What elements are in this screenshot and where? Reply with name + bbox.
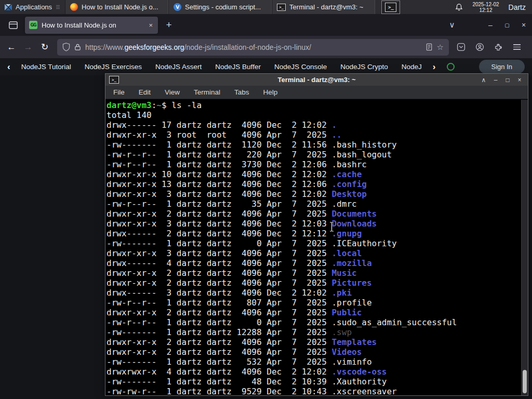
ls-row-name: Downloads — [331, 219, 377, 229]
tray-terminal-launcher[interactable]: >_ — [381, 1, 400, 14]
command-text: ls -la — [171, 100, 202, 110]
prompt-line: dartz@vm3:~$ ls -la — [107, 100, 521, 110]
user-menu[interactable]: Dartz — [503, 3, 532, 11]
ls-row-meta: drwxr-xr-x 10 dartz dartz 4096 Dec 2 12:… — [107, 169, 331, 179]
terminal-menu-terminal[interactable]: Terminal — [194, 88, 220, 96]
ls-row-name: . — [331, 120, 337, 130]
ls-row-meta: -rw------- 1 dartz dartz 1120 Dec 2 11:5… — [107, 140, 331, 150]
gfg-nav-link[interactable]: NodeJS Exercises — [85, 63, 142, 71]
reader-mode-button[interactable] — [425, 43, 433, 51]
terminal-close-button[interactable]: × — [516, 76, 523, 84]
panel-window-button-codium[interactable]: VSettings - codium script... — [168, 0, 272, 14]
tracking-shield-icon[interactable] — [62, 43, 70, 51]
tab-close-icon[interactable]: × — [148, 21, 154, 29]
ls-row: drwx------ 2 dartz dartz 4096 Dec 2 12:1… — [107, 229, 521, 238]
gfg-nav-link[interactable]: NodeJS Assert — [155, 63, 202, 71]
ls-row: drwx------ 4 dartz dartz 4096 Apr 7 2025… — [107, 258, 521, 268]
terminal-menu-edit[interactable]: Edit — [139, 88, 151, 96]
terminal-minimize-button[interactable]: – — [492, 76, 499, 84]
ls-row-name: .xscreensaver — [331, 387, 396, 395]
ls-row: drwxr-xr-x 13 dartz dartz 4096 Dec 2 12:… — [107, 179, 521, 189]
new-tab-button[interactable]: + — [161, 17, 177, 33]
ls-row-name: .viminfo — [331, 357, 371, 367]
ls-row-name: .Xauthority — [331, 377, 387, 387]
gfg-nav-link[interactable]: NodeJS DNS — [402, 63, 422, 71]
account-button[interactable] — [472, 39, 487, 55]
terminal-menu-tabs[interactable]: Tabs — [234, 88, 249, 96]
terminal-menu-file[interactable]: File — [113, 88, 125, 96]
ls-row: drwxr-xr-x 2 dartz dartz 4096 Apr 7 2025… — [107, 209, 521, 219]
ls-row: -rw-rw-r-- 1 dartz dartz 9529 Dec 2 10:4… — [107, 387, 521, 395]
ls-row-name: .sudo_as_admin_successful — [331, 317, 457, 327]
search-icon[interactable] — [447, 63, 455, 71]
bookmark-star-button[interactable]: ☆ — [437, 43, 444, 52]
prompt-userhost: dartz@vm3 — [107, 100, 152, 110]
ls-row-meta: drwxr-xr-x 13 dartz dartz 4096 Dec 2 12:… — [107, 179, 331, 189]
window-maximize-button[interactable]: ▢ — [499, 17, 515, 33]
url-text[interactable]: https://www.geeksforgeeks.org/node-js/in… — [85, 43, 421, 51]
ls-row-meta: drwxr-xr-x 2 dartz dartz 4096 Apr 7 2025 — [107, 278, 331, 288]
applications-menu-button[interactable]: Applications — [0, 0, 63, 14]
scroll-left-icon[interactable]: ‹ — [7, 62, 10, 72]
ls-row-name: Desktop — [331, 189, 366, 199]
gfg-nav-link[interactable]: NodeJS Crypto — [340, 63, 388, 71]
terminal-menubar: FileEditViewTerminalTabsHelp — [105, 86, 528, 99]
ls-row: drwxr-xr-x 2 dartz dartz 4096 Apr 7 2025… — [107, 337, 521, 347]
ls-row: drwxr-xr-x 3 dartz dartz 4096 Dec 2 12:0… — [107, 189, 521, 199]
terminal-titlebar[interactable]: Terminal - dartz@vm3: ~ >_ ∧ – □ × — [105, 74, 528, 86]
ls-row-name: .bash_history — [331, 140, 396, 150]
scroll-right-icon[interactable]: › — [433, 62, 436, 72]
window-minimize-button[interactable]: – — [482, 17, 499, 33]
url-bar[interactable]: https://www.geeksforgeeks.org/node-js/in… — [57, 39, 449, 56]
prompt-cwd: ~ — [156, 100, 162, 110]
terminal-menu-help[interactable]: Help — [263, 88, 278, 96]
terminal-shade-button[interactable]: ∧ — [480, 76, 487, 84]
panel-window-button-firefox[interactable]: How to Install Node.js o... — [65, 0, 168, 14]
window-close-button[interactable]: × — [515, 17, 532, 33]
ls-row: -rw------- 1 dartz dartz 12288 Apr 7 202… — [107, 327, 521, 337]
extensions-button[interactable] — [490, 39, 506, 55]
back-button[interactable]: ← — [3, 39, 20, 56]
panel-window-button-terminal[interactable]: >_Terminal - dartz@vm3: ~ — [272, 0, 375, 14]
terminal-scrollbar[interactable] — [521, 100, 528, 395]
lock-icon[interactable] — [74, 43, 81, 51]
ls-row-meta: -rw-r--r-- 1 dartz dartz 3730 Dec 2 12:0… — [107, 159, 331, 169]
forward-button[interactable]: → — [20, 39, 36, 56]
ls-row-meta: drwxr-xr-x 2 dartz dartz 4096 Apr 7 2025 — [107, 268, 331, 278]
gfg-nav-link[interactable]: NodeJS Console — [274, 63, 327, 71]
sign-in-button[interactable]: Sign In — [479, 60, 525, 74]
ls-row-name: .. — [331, 130, 341, 140]
ls-row-name: .pki — [331, 288, 352, 298]
gfg-nav-link[interactable]: NodeJS Tutorial — [21, 63, 71, 71]
ls-row-meta: drwxr-xr-x 3 dartz dartz 4096 Dec 2 12:0… — [107, 219, 331, 229]
terminal-maximize-button[interactable]: □ — [504, 76, 511, 84]
ls-row-meta: drwx------ 2 dartz dartz 4096 Dec 2 12:1… — [107, 229, 331, 238]
browser-toolbar: ← → ↻ https://www.geeksforgeeks.org/node… — [0, 36, 532, 58]
pocket-button[interactable] — [453, 39, 469, 55]
terminal-scrollbar-thumb[interactable] — [523, 370, 527, 393]
ls-row: -rw------- 1 dartz dartz 48 Dec 2 10:39 … — [107, 377, 521, 387]
terminal-menu-view[interactable]: View — [165, 88, 180, 96]
ls-row: drwxr-xr-x 2 dartz dartz 4096 Apr 7 2025… — [107, 347, 521, 357]
terminal-output[interactable]: dartz@vm3:~$ ls -la total 140 drwx------… — [107, 100, 521, 395]
ls-row-name: .local — [331, 248, 362, 258]
ls-row-meta: -rw------- 1 dartz dartz 12288 Apr 7 202… — [107, 327, 331, 337]
ls-row-meta: -rw------- 1 dartz dartz 48 Dec 2 10:39 — [107, 377, 331, 387]
clock-time: 12:12 — [472, 7, 499, 13]
ls-row: drwx------ 17 dartz dartz 4096 Dec 2 12:… — [107, 120, 521, 130]
panel-window-buttons: How to Install Node.js o...VSettings - c… — [65, 0, 375, 14]
menu-button[interactable] — [509, 39, 525, 55]
ls-row: -rw-r--r-- 1 dartz dartz 3730 Dec 2 12:0… — [107, 159, 521, 169]
firefox-view-button[interactable] — [5, 17, 21, 33]
browser-tab-active[interactable]: GG How to Install Node.js on × — [25, 17, 158, 34]
notifications-button[interactable] — [450, 3, 468, 11]
ls-row: drwxrwxr-x 4 dartz dartz 4096 Dec 2 12:0… — [107, 367, 521, 377]
gfg-nav-link[interactable]: NodeJS Buffer — [215, 63, 261, 71]
terminal-title: Terminal - dartz@vm3: ~ — [105, 76, 528, 84]
ls-row-name: .mozilla — [331, 258, 371, 268]
ls-row: -rw-r--r-- 1 dartz dartz 0 Apr 7 2025 .s… — [107, 317, 521, 327]
list-all-tabs-button[interactable]: ∨ — [444, 17, 460, 33]
ls-row: -rw-r--r-- 1 dartz dartz 807 Apr 7 2025 … — [107, 298, 521, 308]
clock[interactable]: 2025-12-02 12:12 — [468, 2, 503, 13]
reload-button[interactable]: ↻ — [36, 39, 53, 56]
